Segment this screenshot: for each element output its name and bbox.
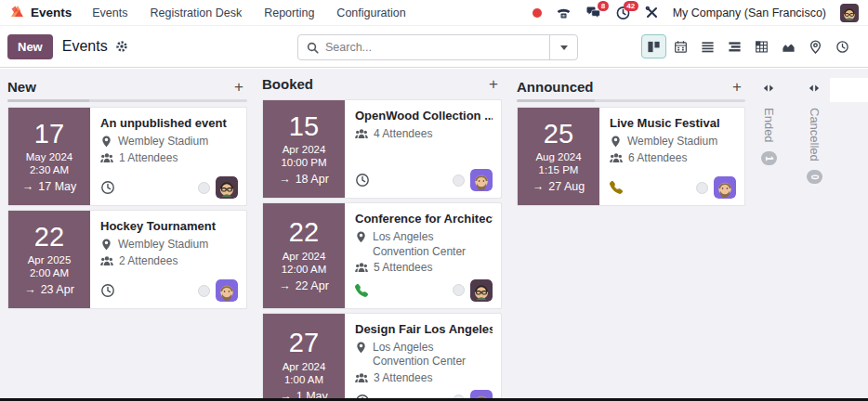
collapsed-column-title[interactable]: Cancelled [808, 108, 822, 162]
event-title: Conference for Architects [355, 212, 493, 226]
event-card[interactable]: 17May 20242:30 AM→17 MayAn unpublished e… [7, 107, 247, 206]
kanban-board: New+17May 20242:30 AM→17 MayAn unpublish… [0, 69, 868, 398]
activity-clock-icon[interactable] [100, 283, 115, 298]
event-card[interactable]: 15Apr 202410:00 PM→18 AprOpenWood Collec… [262, 99, 502, 199]
kanban-state-icon[interactable] [198, 285, 210, 297]
collapsed-column-title[interactable]: Ended [762, 108, 776, 143]
event-card-body: OpenWood Collection ...4 Attendees [345, 100, 501, 198]
view-pivot-button[interactable] [749, 34, 774, 58]
assignee-avatar[interactable] [470, 279, 493, 302]
event-location: Wembley Stadium [627, 135, 717, 149]
assignee-avatar[interactable] [216, 279, 238, 302]
expand-column-icon[interactable] [809, 80, 820, 97]
event-time: 2:30 AM [30, 164, 69, 175]
event-card[interactable]: 25Aug 20241:15 PM→27 AugLive Music Festi… [517, 107, 745, 206]
assignee-avatar[interactable] [216, 176, 238, 199]
location-pin-icon [355, 230, 367, 259]
event-attendees-row: 2 Attendees [100, 254, 238, 269]
event-month-year: Apr 2024 [283, 144, 326, 155]
kanban-state-icon[interactable] [453, 175, 465, 187]
view-activity-button[interactable] [830, 34, 855, 58]
footer-right [696, 176, 736, 199]
footer-right [453, 279, 493, 302]
event-time: 12:00 AM [282, 264, 327, 275]
event-attendees: 6 Attendees [628, 151, 687, 166]
menu-configuration[interactable]: Configuration [336, 6, 405, 19]
arrow-right-icon: → [279, 173, 291, 186]
event-attendees: 5 Attendees [374, 261, 432, 276]
view-map-button[interactable] [803, 34, 828, 58]
search-input[interactable] [325, 41, 549, 54]
app-name: Events [31, 6, 72, 19]
event-day: 27 [289, 329, 319, 358]
event-card[interactable]: 22Apr 20252:00 AM→23 AprHockey Tournamen… [7, 210, 247, 309]
location-pin-icon [355, 341, 367, 369]
event-end-date: →27 Aug [533, 180, 585, 193]
event-month-year: Aug 2024 [535, 151, 581, 162]
column-cards: 17May 20242:30 AM→17 MayAn unpublished e… [7, 107, 247, 309]
view-list-grouped-button[interactable] [722, 34, 747, 58]
search-bar [297, 34, 578, 60]
activities-badge: 42 [624, 1, 638, 12]
attendees-icon [355, 371, 368, 386]
expand-column-icon[interactable] [763, 80, 774, 97]
event-card-footer [610, 173, 736, 199]
event-time: 2:00 AM [30, 267, 69, 278]
kanban-state-icon[interactable] [198, 182, 210, 194]
view-list-button[interactable] [695, 34, 720, 58]
event-attendees: 3 Attendees [374, 371, 432, 386]
event-card-footer [355, 165, 493, 191]
event-end-date: →17 May [22, 180, 77, 193]
menu-events[interactable]: Events [92, 6, 127, 19]
view-graph-button[interactable] [776, 34, 801, 58]
collapsed-column-cancelled: Cancelled0 [804, 76, 824, 398]
activity-clock-icon[interactable] [355, 173, 370, 188]
event-card[interactable]: 27Apr 20241:00 AM→1 MayDesign Fair Los A… [262, 313, 502, 398]
column-title: Announced [517, 79, 594, 95]
column-title: Booked [262, 76, 313, 92]
event-date-block: 22Apr 202412:00 AM→22 Apr [263, 203, 345, 308]
menu-registration-desk[interactable]: Registration Desk [151, 6, 243, 19]
new-button[interactable]: New [7, 34, 53, 59]
menu-reporting[interactable]: Reporting [264, 6, 314, 19]
blank-overlay [830, 78, 868, 102]
user-avatar[interactable] [840, 4, 859, 22]
column-progress-bar[interactable] [517, 99, 745, 102]
event-day: 17 [34, 120, 64, 149]
messages-icon[interactable]: 8 [585, 6, 601, 20]
phone-green-icon[interactable] [355, 284, 368, 297]
event-attendees-row: 3 Attendees [355, 371, 493, 386]
kanban-state-icon[interactable] [696, 182, 708, 194]
phone-yellow-icon[interactable] [610, 181, 623, 194]
kanban-state-icon[interactable] [453, 284, 465, 296]
event-end-date: →18 Apr [279, 173, 329, 186]
apps-menu[interactable]: Events [9, 4, 72, 21]
column-progress-bar[interactable] [7, 99, 247, 102]
event-time: 1:00 AM [284, 374, 323, 385]
tools-icon[interactable] [645, 6, 659, 19]
event-card-footer [100, 276, 238, 302]
add-card-button[interactable]: + [230, 79, 247, 95]
view-calendar-button[interactable] [668, 34, 693, 58]
search-options-toggle[interactable] [549, 35, 577, 59]
event-month-year: May 2024 [26, 151, 73, 162]
activities-clock-icon[interactable]: 42 [615, 6, 631, 20]
event-title: Live Music Festival [610, 116, 736, 130]
kanban-column-booked: Booked+15Apr 202410:00 PM→18 AprOpenWood… [262, 76, 502, 398]
messages-badge: 8 [598, 1, 608, 12]
event-card[interactable]: 22Apr 202412:00 AM→22 AprConference for … [262, 202, 502, 309]
company-switcher[interactable]: My Company (San Francisco) [673, 6, 826, 19]
activity-clock-icon[interactable] [100, 180, 115, 195]
assignee-avatar[interactable] [470, 390, 493, 398]
event-title: Design Fair Los Angeles [355, 322, 493, 336]
add-card-button[interactable]: + [485, 76, 502, 92]
assignee-avatar[interactable] [470, 169, 493, 191]
softphone-icon[interactable] [556, 6, 572, 20]
event-month-year: Apr 2024 [283, 361, 326, 372]
add-card-button[interactable]: + [729, 79, 745, 95]
assignee-avatar[interactable] [714, 176, 736, 199]
view-kanban-button[interactable] [641, 34, 666, 58]
event-location: Los Angeles Convention Center [373, 341, 493, 369]
event-card-body: Conference for ArchitectsLos Angeles Con… [345, 203, 501, 308]
settings-gear-icon[interactable] [115, 40, 128, 53]
